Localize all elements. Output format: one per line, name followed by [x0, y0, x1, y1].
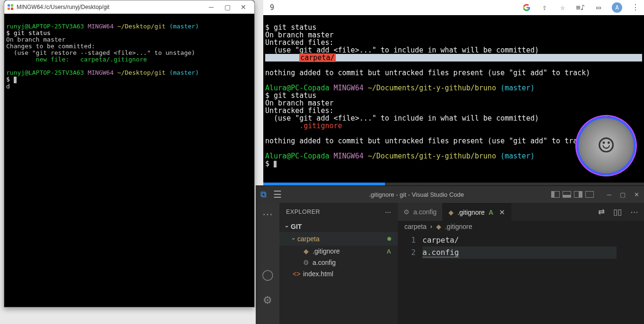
prompt-branch: (master) [169, 23, 199, 30]
hamburger-icon[interactable]: ☰ [273, 189, 282, 200]
prompt-path: ~/Documents/git-y-github/bruno [368, 152, 496, 160]
html-icon: <> [293, 270, 300, 278]
maximize-button[interactable]: ▢ [219, 0, 235, 14]
git-status-badge: A [387, 248, 391, 255]
prompt-env: MINGW64 [88, 23, 114, 30]
line-number: 1 [398, 234, 416, 246]
explorer-header: EXPLORER ⋯ [279, 203, 398, 221]
stray-char: d [6, 83, 10, 90]
prompt-user: runyj@LAPTOP-25TV3A63 [6, 69, 84, 76]
layout-left-icon[interactable] [551, 191, 560, 198]
maximize-button[interactable]: ▢ [620, 191, 626, 198]
git-status-badge: A [489, 209, 493, 216]
share-icon[interactable]: ⇪ [540, 3, 549, 12]
more-icon[interactable]: ⋯ [261, 208, 274, 221]
output-line: nothing added to commit but untracked fi… [265, 69, 590, 77]
vscode-logo-icon: ⧉ [260, 190, 267, 200]
tab-label: a.config [413, 208, 437, 216]
close-icon[interactable]: ✕ [499, 208, 505, 217]
prompt-env: MINGW64 [334, 84, 364, 92]
chevron-right-icon: › [430, 223, 432, 230]
explorer-sidebar: EXPLORER ⋯ › GIT › carpeta ◆ .gitignore … [279, 203, 398, 324]
layout-bottom-icon[interactable] [563, 191, 571, 198]
root-label: GIT [291, 223, 302, 230]
layout-grid-icon[interactable] [585, 191, 594, 198]
editor-layout-icons[interactable] [551, 191, 594, 198]
prompt-user: Alura@PC-Copada [265, 152, 329, 160]
gear-icon: ⚙ [403, 208, 410, 216]
playlist-icon[interactable]: ≡♪ [576, 3, 585, 12]
mingw-logo-icon [7, 4, 14, 10]
profile-avatar[interactable]: A [612, 2, 622, 13]
crumb-file[interactable]: .gitignore [445, 223, 473, 230]
left-terminal-window: MINGW64:/c/Users/runyj/Desktop/git ─ ▢ ✕… [4, 0, 255, 307]
file-label: index.html [303, 270, 333, 278]
prompt-env: MINGW64 [88, 69, 114, 76]
vscode-titlebar[interactable]: ⧉ ☰ .gitignore - git - Visual Studio Cod… [256, 186, 644, 203]
selected-line: carpeta/ [265, 54, 642, 61]
output-line: On branch master [6, 36, 65, 43]
editor-line[interactable]: a.config [422, 246, 617, 259]
star-icon[interactable]: ☆ [558, 3, 567, 12]
minimap[interactable] [617, 232, 636, 324]
untracked-file: .gitignore [265, 122, 342, 130]
breadcrumb[interactable]: carpeta › ◆ .gitignore [398, 221, 644, 232]
cursor-icon [14, 77, 17, 83]
split-icon[interactable]: ▯▯ [613, 207, 622, 217]
prompt-path: ~/Documents/git-y-github/bruno [368, 84, 496, 92]
svg-rect-3 [11, 8, 13, 10]
crumb-folder[interactable]: carpeta [404, 223, 427, 230]
left-terminal-titlebar[interactable]: MINGW64:/c/Users/runyj/Desktop/git ─ ▢ ✕ [4, 0, 254, 14]
presenter-avatar-icon: ☺ [577, 116, 635, 175]
vscode-window-controls: ─ ▢ ✕ [607, 191, 639, 198]
line-number: 2 [398, 246, 416, 259]
browser-top-strip: 9 ⇪ ☆ ≡♪ ▭ A ⋮ [263, 0, 644, 15]
tree-folder-carpeta[interactable]: › carpeta [279, 232, 398, 245]
tab-aconfig[interactable]: ⚙ a.config [398, 203, 443, 221]
more-icon[interactable]: ⋯ [385, 209, 392, 216]
vscode-window: ⧉ ☰ .gitignore - git - Visual Studio Cod… [256, 185, 644, 324]
minimize-button[interactable]: ─ [607, 191, 611, 198]
prompt-branch: (master) [501, 152, 535, 160]
folder-label: carpeta [297, 235, 320, 243]
svg-rect-0 [8, 4, 10, 7]
output-line: nothing added to commit but untracked fi… [265, 137, 590, 145]
prompt-env: MINGW64 [334, 152, 364, 160]
account-icon[interactable]: ◯ [261, 268, 274, 281]
layout-right-icon[interactable] [574, 191, 582, 198]
file-label: .gitignore [313, 247, 340, 255]
minimize-button[interactable]: ─ [203, 0, 219, 14]
output-new-file: new file: carpeta/.gitignore [6, 56, 147, 63]
modified-dot-icon [387, 237, 391, 241]
tab-label: .gitignore [457, 209, 485, 216]
chevron-down-icon: › [290, 238, 297, 240]
close-button[interactable]: ✕ [634, 191, 639, 198]
file-icon: ◆ [448, 209, 454, 216]
editor-line[interactable]: carpeta/ [422, 234, 617, 246]
tab-gitignore[interactable]: ◆ .gitignore A ✕ [443, 203, 511, 221]
editor-content[interactable]: 1 2 carpeta/ a.config [398, 232, 644, 324]
google-icon[interactable] [522, 3, 531, 12]
close-button[interactable]: ✕ [235, 0, 251, 14]
output-line: (use "git restore --staged <file>..." to… [6, 49, 195, 56]
compare-icon[interactable]: ⇄ [598, 207, 605, 217]
prompt-branch: (master) [169, 69, 199, 76]
output-line: Changes to be committed: [6, 43, 95, 50]
tree-file-aconfig[interactable]: ⚙ a.config [279, 257, 398, 268]
cursor-icon [274, 161, 277, 167]
file-label: a.config [313, 259, 336, 266]
tree-root[interactable]: › GIT [279, 221, 398, 232]
left-terminal-body[interactable]: runyj@LAPTOP-25TV3A63 MINGW64 ~/Desktop/… [4, 14, 254, 307]
scrollbar[interactable] [636, 232, 644, 324]
line-gutter: 1 2 [398, 232, 422, 324]
editor-lines[interactable]: carpeta/ a.config [422, 232, 617, 324]
prompt-path: ~/Desktop/git [117, 69, 166, 76]
kebab-icon[interactable]: ⋮ [631, 3, 640, 12]
explorer-label: EXPLORER [286, 209, 320, 215]
prompt-symbol: $ [6, 76, 14, 83]
gear-icon[interactable]: ⚙ [261, 294, 274, 307]
panel-icon[interactable]: ▭ [594, 3, 603, 12]
tree-file-index[interactable]: <> index.html [279, 268, 398, 280]
tree-file-gitignore[interactable]: ◆ .gitignore A [279, 245, 398, 257]
more-icon[interactable]: ⋯ [630, 207, 638, 217]
